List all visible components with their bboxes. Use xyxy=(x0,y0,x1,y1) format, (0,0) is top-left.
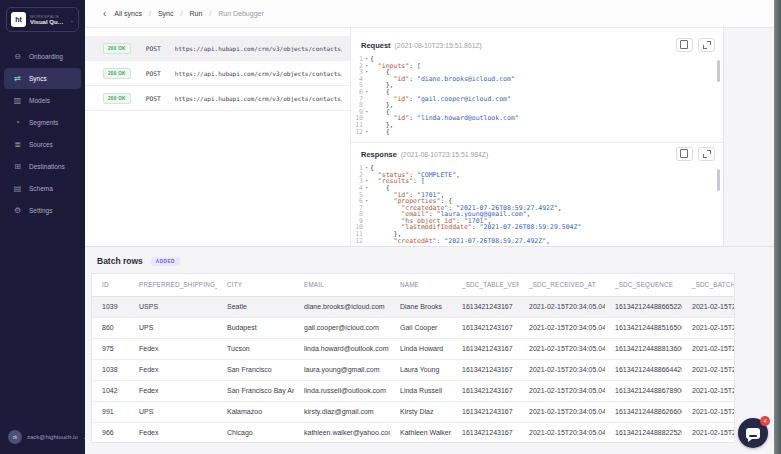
cell-city: San Francisco xyxy=(217,359,294,380)
models-icon: ▥ xyxy=(13,96,22,105)
table-row[interactable]: 991 UPS Kalamazoo kirsty.diaz@gmail.com … xyxy=(92,401,735,422)
sidebar-item[interactable]: ⊖ Onboarding xyxy=(4,46,81,67)
sidebar-nav: ⊖ Onboarding ⇄ Syncs ▥ Models ◔ Segments… xyxy=(0,46,85,221)
sidebar-item[interactable]: ▥ Models xyxy=(4,90,81,111)
fold-icon[interactable] xyxy=(363,224,370,231)
table-row[interactable]: 1039 USPS Seatle diane.brooks@icloud.com… xyxy=(92,296,735,317)
request-list: 200 OK POST https://api.hubapi.com/crm/v… xyxy=(85,28,350,246)
fold-icon[interactable] xyxy=(363,96,370,103)
sidebar-item[interactable]: ≣ Sources xyxy=(4,134,81,155)
editor-scrollbar[interactable] xyxy=(717,60,720,82)
window-scrollbar[interactable] xyxy=(774,0,781,454)
workspace-logo: ht xyxy=(11,12,26,27)
cell-sdc-received-at: 2021-02-15T20:34:05.040Z xyxy=(519,317,605,338)
fold-icon[interactable] xyxy=(363,238,370,245)
breadcrumb-item[interactable]: All syncs xyxy=(114,10,158,17)
json-punct: , xyxy=(456,172,460,179)
fold-icon[interactable]: ▾ xyxy=(363,109,370,116)
avatar: zk xyxy=(8,430,22,444)
request-panel: Request (2021-08-10T23:15:51.861Z) 1 xyxy=(351,36,723,135)
table-row[interactable]: 860 UPS Budapest gail.cooper@icloud.com … xyxy=(92,317,735,338)
run-debugger-region: 200 OK POST https://api.hubapi.com/crm/v… xyxy=(85,28,774,246)
cell-sdc-sequence: 1613421244885165000 xyxy=(605,317,682,338)
breadcrumb-item[interactable]: Run xyxy=(189,10,218,17)
workspace-switcher[interactable]: ht WORKSPACE Visual Querying D... ⌄ xyxy=(6,7,79,32)
chat-button[interactable]: 4 xyxy=(738,418,768,448)
expand-button[interactable] xyxy=(698,38,715,52)
sidebar-item[interactable]: ▤ Schema xyxy=(4,178,81,199)
fold-icon[interactable] xyxy=(363,211,370,218)
fold-icon[interactable]: ▾ xyxy=(363,63,370,70)
table-header-cell: NAME xyxy=(390,274,452,296)
cell-sdc-received-at: 2021-02-15T20:34:05.040Z xyxy=(519,401,605,422)
fold-icon[interactable] xyxy=(363,102,370,109)
json-punct: [ xyxy=(417,63,421,70)
fold-icon[interactable] xyxy=(363,115,370,122)
sidebar: ht WORKSPACE Visual Querying D... ⌄ ⊖ On… xyxy=(0,0,85,454)
sidebar-item[interactable]: ⇄ Syncs xyxy=(4,68,81,89)
settings-icon: ⚙ xyxy=(13,206,22,215)
table-row[interactable]: 1038 Fedex San Francisco laura.young@gma… xyxy=(92,359,735,380)
json-key: "lastmodifieddate" xyxy=(401,224,471,231)
fold-icon[interactable]: ▾ xyxy=(363,198,370,205)
fold-icon[interactable]: ▾ xyxy=(363,56,370,63)
fold-icon[interactable]: ▾ xyxy=(363,129,370,136)
request-row[interactable]: 200 OK POST https://api.hubapi.com/crm/v… xyxy=(85,86,350,111)
back-icon[interactable]: ‹ xyxy=(103,9,106,19)
fold-icon[interactable] xyxy=(363,82,370,89)
fold-icon[interactable]: ▾ xyxy=(363,165,370,172)
fold-icon[interactable] xyxy=(363,76,370,83)
fold-icon[interactable]: ▾ xyxy=(363,89,370,96)
fold-icon[interactable] xyxy=(363,205,370,212)
cell-shipping-provider: Fedex xyxy=(129,380,217,401)
fold-icon[interactable] xyxy=(363,192,370,199)
json-colon: : xyxy=(413,178,421,185)
json-colon: : xyxy=(409,115,417,122)
cell-name: Linda Russell xyxy=(390,380,452,401)
cell-sdc-sequence: 1613421244886266000 xyxy=(605,401,682,422)
table-row[interactable]: 975 Fedex Tucson linda.howard@outlook.co… xyxy=(92,338,735,359)
fold-icon[interactable]: ▾ xyxy=(363,178,370,185)
cell-sdc-table-version: 1613421243167 xyxy=(452,296,519,317)
request-row[interactable]: 200 OK POST https://api.hubapi.com/crm/v… xyxy=(85,36,350,61)
json-line: 10 "lastmodifieddate" : "2021-07-26T08:5… xyxy=(351,224,723,231)
cell-name: Laura Young xyxy=(390,359,452,380)
sidebar-item[interactable]: ⊞ Destinations xyxy=(4,156,81,177)
sidebar-item[interactable]: ⚙ Settings xyxy=(4,200,81,221)
json-line: 10 "id" : "linda.howard@outlook.com" xyxy=(351,115,723,122)
json-line: 7 "id" : "gail.cooper@icloud.com" xyxy=(351,96,723,103)
cell-sdc-received-at: 2021-02-15T20:34:05.040Z xyxy=(519,338,605,359)
fold-icon[interactable] xyxy=(363,122,370,129)
user-menu[interactable]: zk zack@hightouch.io ⌄ xyxy=(8,430,87,444)
copy-button[interactable] xyxy=(676,147,693,161)
debugger-panels: Request (2021-08-10T23:15:51.861Z) 1 xyxy=(350,28,723,246)
request-json-editor[interactable]: 1 ▾ { 2 ▾ xyxy=(351,56,723,135)
fold-icon[interactable] xyxy=(363,172,370,179)
json-line: 4 "id" : "diane.brooks@icloud.com" xyxy=(351,76,723,83)
table-row[interactable]: 966 Fedex Chicago kathleen.walker@yahoo.… xyxy=(92,422,735,443)
request-row[interactable]: 200 OK POST https://api.hubapi.com/crm/v… xyxy=(85,61,350,86)
breadcrumb-item[interactable]: Run Debugger xyxy=(218,10,264,17)
json-key: "id" xyxy=(393,96,409,103)
breadcrumb-item[interactable]: Sync xyxy=(158,10,190,17)
cell-name: Kirsty Diaz xyxy=(390,401,452,422)
fold-icon[interactable] xyxy=(363,218,370,225)
fold-icon[interactable] xyxy=(363,231,370,238)
json-line: 2 ▾ "inputs" : [ xyxy=(351,63,723,70)
sidebar-item-label: Onboarding xyxy=(29,53,63,60)
copy-button[interactable] xyxy=(676,38,693,52)
json-punct: [ xyxy=(421,178,425,185)
json-colon: : xyxy=(437,238,445,245)
response-json-editor[interactable]: 1 ▾ { 2 xyxy=(351,165,723,244)
schema-icon: ▤ xyxy=(13,184,22,193)
cell-shipping-provider: UPS xyxy=(129,317,217,338)
sidebar-item[interactable]: ◔ Segments xyxy=(4,112,81,133)
editor-scrollbar[interactable] xyxy=(717,169,720,191)
cell-name: Linda Howard xyxy=(390,338,452,359)
fold-icon[interactable]: ▾ xyxy=(363,185,370,192)
table-row[interactable]: 1042 Fedex San Francisco Bay Area linda.… xyxy=(92,380,735,401)
cell-city: Seatle xyxy=(217,296,294,317)
expand-button[interactable] xyxy=(698,147,715,161)
sidebar-item-label: Schema xyxy=(29,185,53,192)
fold-icon[interactable]: ▾ xyxy=(363,69,370,76)
